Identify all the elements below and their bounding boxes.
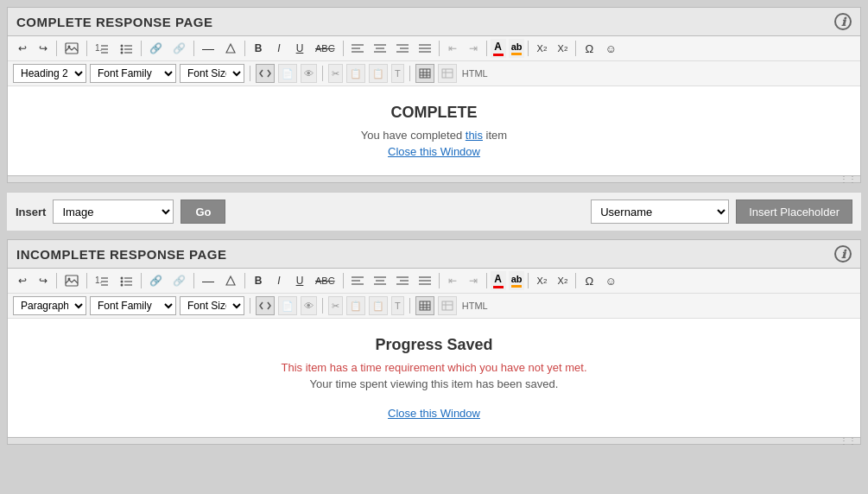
complete-underline-btn[interactable]: U (290, 39, 309, 58)
complete-paste-text-btn[interactable]: T (391, 64, 404, 83)
incomplete-section-title: INCOMPLETE RESPONSE PAGE (16, 247, 226, 262)
complete-font-family-select[interactable]: Font Family Arial Times New Roman (90, 64, 176, 83)
incomplete-info-icon[interactable]: ℹ (834, 245, 852, 263)
complete-align-left-btn[interactable] (347, 39, 368, 58)
incomplete-resize-handle[interactable]: ⋮⋮ (8, 437, 860, 444)
incomplete-eraser-btn[interactable] (220, 271, 241, 290)
svg-point-41 (121, 284, 124, 287)
svg-rect-58 (420, 301, 430, 310)
go-button[interactable]: Go (181, 200, 225, 224)
complete-table-btn[interactable] (415, 64, 434, 83)
sep9 (528, 41, 529, 56)
incomplete-font-color-btn[interactable]: A (491, 271, 506, 290)
incomplete-html-label: HTML (462, 301, 488, 311)
complete-close-link[interactable]: Close this Window (388, 145, 480, 158)
incomplete-align-left-btn[interactable] (347, 271, 368, 290)
complete-image-btn[interactable] (60, 39, 83, 58)
complete-superscript-btn[interactable]: X2 (553, 39, 572, 58)
incomplete-indent-btn[interactable]: ⇥ (464, 271, 483, 290)
complete-emoticon-btn[interactable]: ☺ (600, 39, 620, 58)
incomplete-heading-select[interactable]: Paragraph Heading 1 Heading 2 Heading 3 (13, 296, 86, 315)
sep5 (244, 41, 245, 56)
incomplete-image-btn[interactable] (60, 271, 83, 290)
complete-link-btn[interactable]: 🔗 (145, 39, 167, 58)
complete-redo-btn[interactable]: ↪ (34, 39, 53, 58)
complete-font-color-btn[interactable]: A (491, 39, 506, 58)
incomplete-align-center-btn[interactable] (370, 271, 390, 290)
incomplete-paste-text-btn[interactable]: T (391, 296, 404, 315)
complete-content-title: COMPLETE (25, 104, 843, 122)
incomplete-ol-btn[interactable]: 1. (91, 271, 113, 290)
incomplete-font-size-select[interactable]: Font Size 8101214 (180, 296, 244, 315)
complete-subscript-btn[interactable]: X2 (532, 39, 551, 58)
incomplete-paste-btn[interactable]: 📋 (369, 296, 388, 315)
incomplete-hr-btn[interactable]: — (198, 271, 219, 290)
insert-bar: Insert Image Audio Video Link Go Usernam… (7, 192, 861, 231)
incomplete-undo-btn[interactable]: ↩ (13, 271, 32, 290)
incomplete-table2-btn[interactable] (438, 296, 457, 315)
complete-copy-btn[interactable]: 📋 (346, 64, 365, 83)
incomplete-cut-btn[interactable]: ✂ (328, 296, 343, 315)
placeholder-type-select[interactable]: Username First Name Last Name Email (591, 200, 729, 224)
incomplete-italic-btn[interactable]: I (269, 271, 288, 290)
incomplete-redo-btn[interactable]: ↪ (34, 271, 53, 290)
complete-table2-btn[interactable] (438, 64, 457, 83)
incomplete-align-justify-btn[interactable] (415, 271, 435, 290)
complete-resize-handle[interactable]: ⋮⋮ (8, 175, 860, 182)
complete-align-right-btn[interactable] (392, 39, 413, 58)
insert-type-select[interactable]: Image Audio Video Link (53, 200, 174, 224)
complete-template-btn[interactable]: 📄 (278, 64, 297, 83)
complete-outdent-btn[interactable]: ⇤ (443, 39, 462, 58)
incomplete-align-right-btn[interactable] (392, 271, 413, 290)
inc-sep-r2-1 (250, 298, 250, 314)
complete-hr-btn[interactable]: — (198, 39, 219, 58)
complete-bold-btn[interactable]: B (249, 39, 268, 58)
incomplete-table-btn[interactable] (415, 296, 434, 315)
incomplete-bold-btn[interactable]: B (249, 271, 268, 290)
incomplete-unlink-btn[interactable]: 🔗 (168, 271, 190, 290)
complete-strike-btn[interactable]: ABC (311, 39, 339, 58)
complete-ul-btn[interactable] (115, 39, 137, 58)
incomplete-outdent-btn[interactable]: ⇤ (443, 271, 462, 290)
complete-section-title: COMPLETE RESPONSE PAGE (16, 15, 212, 29)
complete-toolbar-row1: ↩ ↪ 1. 🔗 🔗 — B I U ABC (8, 36, 860, 61)
complete-cut-btn[interactable]: ✂ (328, 64, 343, 83)
complete-ol-btn[interactable]: 1. (91, 39, 113, 58)
inc-sep3 (141, 273, 142, 288)
svg-point-40 (121, 281, 124, 283)
incomplete-superscript-btn[interactable]: X2 (553, 271, 572, 290)
incomplete-template-btn[interactable]: 📄 (278, 296, 297, 315)
complete-italic-btn[interactable]: I (269, 39, 288, 58)
svg-rect-33 (66, 276, 78, 286)
incomplete-close-link[interactable]: Close this Window (388, 407, 480, 420)
insert-placeholder-button[interactable]: Insert Placeholder (736, 200, 852, 224)
complete-align-center-btn[interactable] (370, 39, 390, 58)
incomplete-special-char-btn[interactable]: Ω (580, 271, 599, 290)
incomplete-preview-btn[interactable]: 👁 (301, 296, 317, 315)
complete-eraser-btn[interactable] (220, 39, 241, 58)
complete-undo-btn[interactable]: ↩ (13, 39, 32, 58)
complete-heading-select[interactable]: Heading 2 Heading 1 Heading 3 Paragraph (13, 64, 86, 83)
incomplete-underline-btn[interactable]: U (290, 271, 309, 290)
incomplete-highlight-btn[interactable]: ab (509, 271, 525, 290)
incomplete-source-btn[interactable] (256, 296, 275, 315)
incomplete-font-family-select[interactable]: Font Family Arial Times New Roman (90, 296, 176, 315)
incomplete-ul-btn[interactable] (115, 271, 137, 290)
incomplete-strike-btn[interactable]: ABC (311, 271, 339, 290)
complete-align-justify-btn[interactable] (415, 39, 435, 58)
page-wrapper: COMPLETE RESPONSE PAGE ℹ ↩ ↪ 1. 🔗 🔗 — (0, 0, 868, 494)
complete-indent-btn[interactable]: ⇥ (464, 39, 483, 58)
incomplete-link-btn[interactable]: 🔗 (145, 271, 167, 290)
complete-special-char-btn[interactable]: Ω (580, 39, 599, 58)
complete-preview-btn[interactable]: 👁 (301, 64, 317, 83)
complete-paste-btn[interactable]: 📋 (369, 64, 388, 83)
incomplete-copy-btn[interactable]: 📋 (346, 296, 365, 315)
complete-highlight-btn[interactable]: ab (509, 39, 525, 58)
incomplete-subscript-btn[interactable]: X2 (532, 271, 551, 290)
complete-font-size-select[interactable]: Font Size 8101214 (180, 64, 244, 83)
incomplete-emoticon-btn[interactable]: ☺ (600, 271, 620, 290)
sep6 (343, 41, 344, 56)
complete-unlink-btn[interactable]: 🔗 (168, 39, 190, 58)
complete-info-icon[interactable]: ℹ (834, 13, 852, 30)
complete-source-btn[interactable] (256, 64, 275, 83)
